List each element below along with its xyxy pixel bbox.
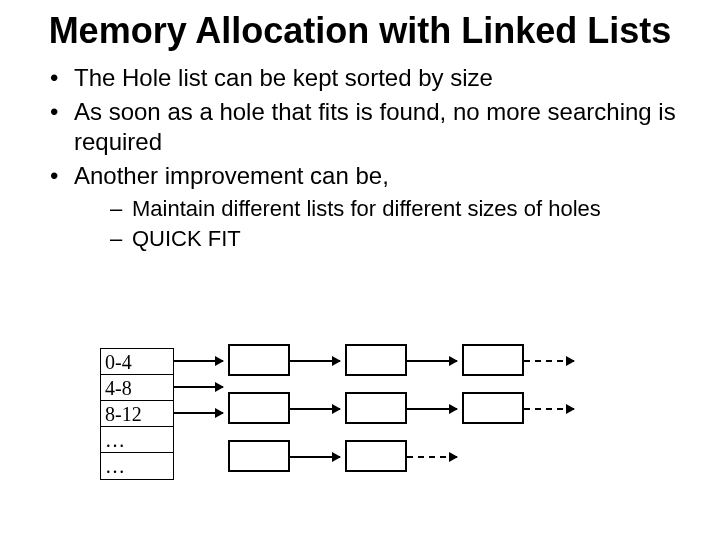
sub-bullet-item: Maintain different lists for different s…	[110, 195, 690, 223]
arrow-icon	[173, 360, 223, 362]
size-table: 0-4 4-8 8-12 … …	[100, 348, 174, 480]
dashed-arrow-icon	[407, 456, 457, 458]
size-cell: 0-4	[101, 349, 173, 375]
bullet-item: The Hole list can be kept sorted by size	[50, 63, 690, 93]
sub-bullet-list: Maintain different lists for different s…	[110, 195, 690, 252]
list-node	[228, 392, 290, 424]
slide-title: Memory Allocation with Linked Lists	[40, 10, 680, 51]
list-node	[345, 392, 407, 424]
arrow-icon	[290, 408, 340, 410]
list-node	[462, 344, 524, 376]
size-cell: …	[101, 427, 173, 453]
size-cell: …	[101, 453, 173, 479]
arrow-icon	[173, 386, 223, 388]
arrow-icon	[290, 456, 340, 458]
bullet-item: Another improvement can be,	[50, 161, 690, 191]
list-node	[228, 344, 290, 376]
list-node	[345, 344, 407, 376]
list-node	[345, 440, 407, 472]
size-cell: 4-8	[101, 375, 173, 401]
sub-bullet-item: QUICK FIT	[110, 225, 690, 253]
list-node	[462, 392, 524, 424]
arrow-icon	[407, 360, 457, 362]
bullet-list: The Hole list can be kept sorted by size…	[50, 63, 690, 252]
list-node	[228, 440, 290, 472]
bullet-item: As soon as a hole that fits is found, no…	[50, 97, 690, 157]
dashed-arrow-icon	[524, 408, 574, 410]
dashed-arrow-icon	[524, 360, 574, 362]
size-cell: 8-12	[101, 401, 173, 427]
arrow-icon	[290, 360, 340, 362]
arrow-icon	[407, 408, 457, 410]
arrow-icon	[173, 412, 223, 414]
